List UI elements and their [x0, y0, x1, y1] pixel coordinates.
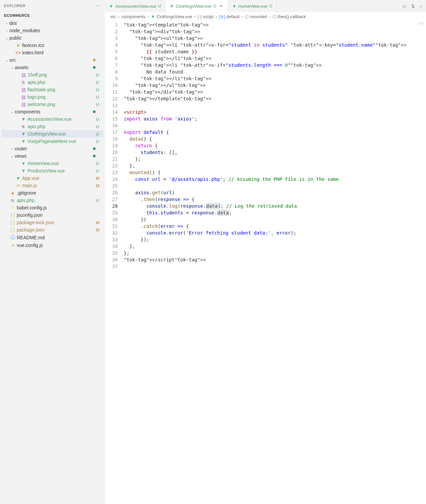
breadcrumb-item[interactable]: ▼ClothingsView.vue — [151, 14, 192, 19]
file-item[interactable]: ▼ProductsView.vueU — [1, 167, 104, 174]
code-line[interactable]: }); — [124, 236, 426, 243]
code-line[interactable]: "tok-tag"></ul"tok-tag">> — [124, 82, 426, 89]
folder-item[interactable]: ›router — [1, 145, 104, 152]
code-line[interactable]: "tok-tag"></template"tok-tag">> — [124, 95, 426, 102]
code-line[interactable]: this.students = response.data; — [124, 209, 426, 216]
line-gutter[interactable]: 1234567891011121314151617181920212223242… — [105, 21, 124, 504]
editor-tab[interactable]: ▼AccessoriesView.vueU — [105, 0, 165, 12]
file-item[interactable]: ▼AccessoriesView.vueU — [1, 115, 104, 123]
file-item[interactable]: ▧flashsale.pngU — [1, 86, 104, 93]
folder-item[interactable]: ⌄views — [1, 152, 104, 160]
code-line[interactable]: "tok-tag"><li "tok-attr">v-if="students.… — [124, 62, 426, 68]
line-number[interactable]: 14 — [105, 109, 118, 115]
breadcrumb-item[interactable]: ⬡mounted — [245, 14, 267, 19]
line-number[interactable]: 23 — [105, 169, 118, 176]
file-item[interactable]: ▼App.vueM — [1, 174, 104, 182]
line-number[interactable]: 7 — [105, 62, 118, 68]
folder-item[interactable]: ⌄components — [1, 108, 104, 115]
breadcrumb-item[interactable]: components — [122, 14, 146, 19]
line-number[interactable]: 37 — [105, 263, 118, 270]
line-number[interactable]: 16 — [105, 122, 118, 129]
file-item[interactable]: ▼VuejsPaginateNext.vueU — [1, 138, 104, 145]
code-line[interactable]: <script> — [124, 109, 426, 115]
git-compare-icon[interactable]: ⇅ — [411, 4, 415, 9]
line-number[interactable]: 9 — [105, 75, 118, 82]
file-item[interactable]: 🐘apis.phpU — [1, 79, 104, 86]
minimap[interactable] — [419, 23, 425, 33]
code-line[interactable]: }, — [124, 243, 426, 250]
editor-tab[interactable]: ▼ClothingsView.vueU× — [165, 0, 228, 12]
breadcrumbs[interactable]: src›components›▼ClothingsView.vue›{ }scr… — [105, 12, 426, 21]
line-number[interactable]: 17 — [105, 129, 118, 136]
close-icon[interactable]: × — [218, 3, 224, 9]
project-name[interactable]: ECOMMERCE — [0, 11, 105, 19]
code-line[interactable]: {{ student.name }} — [124, 48, 426, 55]
line-number[interactable]: 19 — [105, 142, 118, 149]
breadcrumb-item[interactable]: ⬡then() callback — [272, 14, 306, 19]
line-number[interactable]: 36 — [105, 256, 118, 263]
file-item[interactable]: { }jsconfig.json — [1, 211, 104, 219]
line-number[interactable]: 4 — [105, 42, 118, 48]
code-line[interactable] — [124, 102, 426, 109]
code-line[interactable] — [124, 183, 426, 189]
line-number[interactable]: 6 — [105, 55, 118, 62]
file-item[interactable]: <>index.html — [1, 49, 104, 56]
code-line[interactable]: }, — [124, 162, 426, 169]
code-line[interactable]: const url = '@/assets/apis.php'; // Assu… — [124, 176, 426, 183]
line-number[interactable]: 18 — [105, 136, 118, 142]
code-line[interactable]: .catch(error => { — [124, 223, 426, 230]
code-line[interactable]: }) — [124, 216, 426, 223]
line-number[interactable]: 21 — [105, 156, 118, 162]
line-number[interactable]: 15 — [105, 115, 118, 122]
file-item[interactable]: 🐘apis.phpU — [1, 197, 104, 204]
line-number[interactable]: 12 — [105, 95, 118, 102]
run-icon[interactable]: ▷ — [403, 4, 407, 9]
code-line[interactable]: "tok-tag"></li"tok-tag">> — [124, 75, 426, 82]
code-line[interactable]: }; — [124, 156, 426, 162]
file-item[interactable]: ★favicon.ico — [1, 42, 104, 49]
code-line[interactable]: "tok-tag"></li"tok-tag">> — [124, 55, 426, 62]
split-icon[interactable]: ⫞ — [420, 4, 422, 9]
line-number[interactable]: 29 — [105, 209, 118, 216]
line-number[interactable]: 30 — [105, 216, 118, 223]
code-line[interactable]: console.log(response.data); // Log the r… — [124, 203, 426, 209]
breadcrumb-item[interactable]: [⊜]default — [219, 14, 239, 19]
code-line[interactable] — [124, 263, 426, 270]
line-number[interactable]: 31 — [105, 223, 118, 230]
folder-item[interactable]: ›node_modules — [1, 27, 104, 34]
code-line[interactable]: .then(response => { — [124, 196, 426, 203]
code-line[interactable]: import axios from 'axios'; — [124, 115, 426, 122]
line-number[interactable]: 8 — [105, 68, 118, 75]
file-item[interactable]: ▧welcome.pngU — [1, 101, 104, 108]
breadcrumb-item[interactable]: src — [110, 14, 116, 19]
editor-tab[interactable]: ▼HomeView.vueU — [228, 0, 277, 12]
code-line[interactable]: "tok-tag"><template"tok-tag">> — [124, 21, 426, 28]
line-number[interactable]: 27 — [105, 196, 118, 203]
code-line[interactable]: export default { — [124, 129, 426, 136]
folder-item[interactable]: ⌄public — [1, 34, 104, 42]
code-line[interactable]: axios.get(url) — [124, 189, 426, 196]
line-number[interactable]: 22 — [105, 162, 118, 169]
code-line[interactable] — [124, 122, 426, 129]
code-line[interactable]: return { — [124, 142, 426, 149]
file-item[interactable]: ▧logo.pngU — [1, 93, 104, 101]
code-line[interactable]: "tok-tag"></script"tok-tag">> — [124, 256, 426, 263]
code-line[interactable]: console.error('Error fetching student da… — [124, 230, 426, 236]
file-item[interactable]: ▼HomeView.vueU — [1, 160, 104, 167]
code-line[interactable]: "tok-tag"><div"tok-tag">> — [124, 28, 426, 35]
line-number[interactable]: 3 — [105, 35, 118, 42]
file-item[interactable]: Bbabel.config.js — [1, 204, 104, 211]
file-item[interactable]: ▼ClothingsView.vueU — [1, 130, 104, 138]
file-item[interactable]: JSvue.config.js — [1, 242, 104, 249]
file-item[interactable]: ▧15off.pngU — [1, 71, 104, 79]
code-line[interactable]: students: [], — [124, 149, 426, 156]
line-number[interactable]: 25 — [105, 183, 118, 189]
line-number[interactable]: 13 — [105, 102, 118, 109]
folder-item[interactable]: ⌄src — [1, 56, 104, 64]
more-actions-button[interactable]: ··· — [96, 3, 101, 9]
code-editor[interactable]: 1234567891011121314151617181920212223242… — [105, 21, 426, 504]
line-number[interactable]: 35 — [105, 250, 118, 256]
line-number[interactable]: 26 — [105, 189, 118, 196]
code-line[interactable]: mounted() { — [124, 169, 426, 176]
line-number[interactable]: 28 — [105, 203, 118, 209]
